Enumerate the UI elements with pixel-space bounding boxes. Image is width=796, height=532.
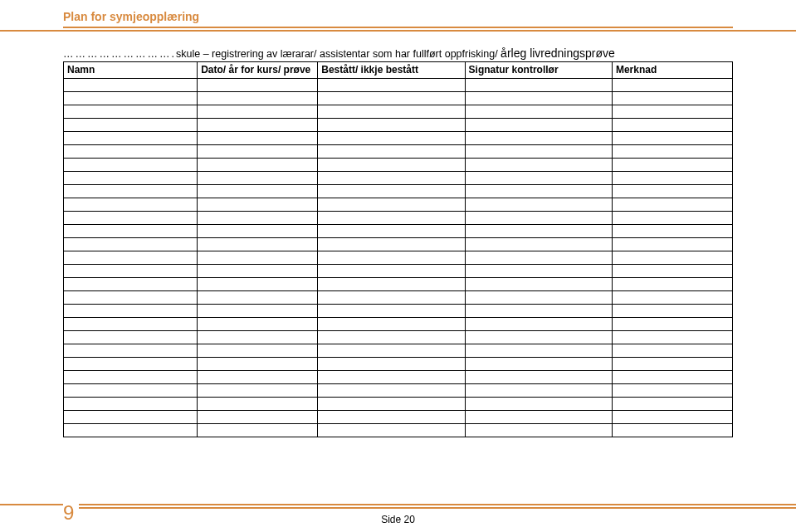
table-cell	[612, 119, 732, 132]
table-cell	[318, 172, 465, 185]
table-cell	[198, 92, 318, 105]
table-cell	[612, 318, 732, 331]
table-cell	[198, 278, 318, 291]
table-cell	[318, 251, 465, 265]
col-header-signatur: Signatur kontrollør	[465, 62, 612, 79]
table-cell	[465, 291, 612, 305]
table-row	[64, 251, 733, 265]
table-cell	[465, 225, 612, 238]
table-cell	[465, 92, 612, 105]
table-cell	[465, 305, 612, 318]
table-cell	[318, 371, 465, 384]
table-cell	[198, 398, 318, 411]
table-cell	[465, 105, 612, 119]
table-cell	[612, 185, 732, 198]
table-row	[64, 424, 733, 437]
table-cell	[318, 105, 465, 119]
table-row	[64, 172, 733, 185]
table-cell	[612, 212, 732, 225]
table-body	[64, 79, 733, 437]
table-cell	[198, 119, 318, 132]
col-header-namn: Namn	[64, 62, 198, 79]
table-cell	[64, 119, 198, 132]
table-cell	[465, 344, 612, 358]
table-cell	[612, 79, 732, 92]
table-cell	[465, 411, 612, 424]
table-cell	[465, 251, 612, 265]
table-cell	[465, 238, 612, 251]
table-cell	[198, 225, 318, 238]
table-row	[64, 225, 733, 238]
table-cell	[198, 185, 318, 198]
intro-dots: ……………………….	[63, 48, 176, 60]
table-cell	[64, 172, 198, 185]
table-cell	[64, 132, 198, 145]
table-cell	[612, 225, 732, 238]
table-cell	[318, 159, 465, 172]
table-cell	[612, 132, 732, 145]
document-content: ……………………….skule – registrering av lærara…	[0, 32, 796, 437]
table-cell	[465, 145, 612, 159]
intro-text: ……………………….skule – registrering av lærara…	[63, 46, 733, 60]
table-cell	[612, 92, 732, 105]
table-cell	[465, 185, 612, 198]
table-cell	[198, 371, 318, 384]
table-cell	[198, 384, 318, 398]
table-cell	[318, 92, 465, 105]
table-cell	[64, 79, 198, 92]
table-cell	[465, 424, 612, 437]
table-cell	[318, 212, 465, 225]
table-cell	[612, 145, 732, 159]
table-row	[64, 398, 733, 411]
table-cell	[465, 159, 612, 172]
table-cell	[64, 411, 198, 424]
table-row	[64, 411, 733, 424]
table-cell	[465, 358, 612, 371]
table-cell	[318, 424, 465, 437]
table-cell	[612, 344, 732, 358]
table-cell	[612, 172, 732, 185]
table-cell	[64, 251, 198, 265]
header-title: Plan for symjeopplæring	[63, 10, 796, 23]
table-cell	[318, 358, 465, 371]
table-cell	[318, 225, 465, 238]
table-cell	[64, 384, 198, 398]
table-cell	[64, 424, 198, 437]
table-cell	[198, 79, 318, 92]
table-row	[64, 331, 733, 344]
table-row	[64, 212, 733, 225]
table-cell	[465, 278, 612, 291]
table-cell	[612, 358, 732, 371]
table-cell	[318, 238, 465, 251]
document-header: Plan for symjeopplæring	[0, 0, 796, 27]
table-cell	[318, 132, 465, 145]
table-cell	[198, 159, 318, 172]
table-row	[64, 92, 733, 105]
table-cell	[64, 398, 198, 411]
table-cell	[318, 278, 465, 291]
table-cell	[612, 251, 732, 265]
table-cell	[64, 159, 198, 172]
col-header-dato: Dato/ år for kurs/ prøve	[198, 62, 318, 79]
header-rule-top	[63, 27, 733, 28]
table-cell	[612, 424, 732, 437]
table-cell	[612, 159, 732, 172]
table-cell	[612, 105, 732, 119]
table-cell	[198, 424, 318, 437]
table-cell	[465, 119, 612, 132]
table-cell	[198, 212, 318, 225]
table-cell	[612, 305, 732, 318]
table-cell	[318, 331, 465, 344]
table-cell	[612, 278, 732, 291]
table-cell	[465, 331, 612, 344]
table-cell	[465, 398, 612, 411]
table-row	[64, 132, 733, 145]
table-cell	[612, 238, 732, 251]
table-cell	[198, 198, 318, 212]
table-cell	[198, 305, 318, 318]
table-cell	[318, 185, 465, 198]
table-cell	[465, 198, 612, 212]
table-cell	[612, 411, 732, 424]
table-cell	[64, 344, 198, 358]
table-cell	[612, 384, 732, 398]
